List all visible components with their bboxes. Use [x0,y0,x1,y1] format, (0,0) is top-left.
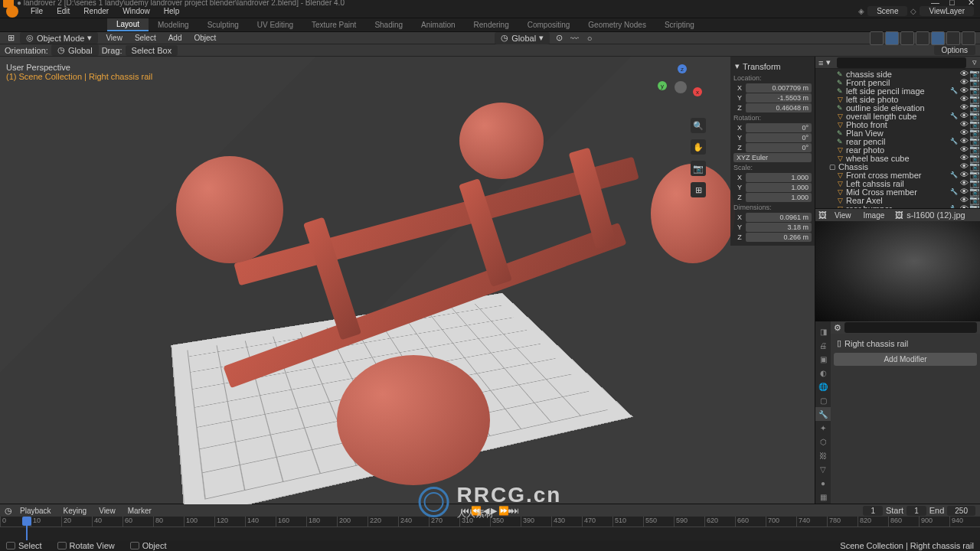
scale-x-field[interactable]: 1.000 [746,173,812,182]
workspace-tab-modeling[interactable]: Modeling [149,19,198,31]
prop-tab-physics-icon[interactable]: ⬡ [815,435,831,448]
properties-search-input[interactable] [844,322,977,333]
prop-tab-modifier-icon[interactable]: 🔧 [815,407,831,421]
outliner-item[interactable]: ▽Photo front👁📷 [815,120,980,129]
workspace-tab-rendering[interactable]: Rendering [465,19,518,31]
solid-shading-icon[interactable] [931,31,945,45]
keyframe-prev-icon[interactable]: ⏪ [471,506,482,516]
jump-start-icon[interactable]: ⏮ [461,506,469,516]
image-icon[interactable]: 🖼 [895,210,903,220]
options-button[interactable]: Options [934,45,975,55]
navigation-gizmo[interactable]: x y z [658,64,704,110]
zoom-icon[interactable]: 🔍 [691,118,706,133]
timeline-menu-keying[interactable]: Keying [59,505,92,517]
prop-tab-object-icon[interactable]: ▢ [815,393,831,407]
perspective-toggle-icon[interactable]: ⊞ [691,182,706,197]
image-name-field[interactable]: s-l1600 (12).jpg [906,210,965,220]
prop-tab-data-icon[interactable]: ▽ [815,462,831,476]
dimension-z-field[interactable]: 0.266 m [746,233,812,242]
transform-orientation-dropdown[interactable]: ◷ Global ▾ [495,32,550,44]
outliner-item[interactable]: ✎rear pencil🔧👁📷 [815,137,980,145]
workspace-tab-uvediting[interactable]: UV Editing [248,19,302,31]
rotation-mode-dropdown[interactable]: XYZ Euler [733,153,812,162]
keyframe-next-icon[interactable]: ⏩ [498,506,509,516]
location-z-field[interactable]: 0.46048 m [746,103,812,112]
filter-icon[interactable]: ▿ [972,57,977,67]
camera-icon[interactable]: 📷 [691,161,706,176]
viewport-menu-select[interactable]: Select [130,32,161,44]
viewport-menu-object[interactable]: Object [189,32,220,44]
dimension-x-field[interactable]: 0.0961 m [746,213,812,222]
gizmo-toggle-icon[interactable] [870,31,884,45]
menu-help[interactable]: Help [158,5,186,17]
outliner-item[interactable]: ▽Mid Cross member🔧👁📷 [815,187,980,196]
editor-type-icon[interactable]: ≡ [818,58,823,67]
gizmo-center[interactable] [675,81,687,93]
object-name-breadcrumb[interactable]: ▯ Right chassis rail [834,337,977,350]
dimension-y-field[interactable]: 3.18 m [746,223,812,232]
prop-tab-material-icon[interactable]: ● [815,476,831,490]
image-menu-image[interactable]: Image [859,210,890,221]
3d-viewport[interactable]: User Perspective (1) Scene Collection | … [0,57,815,504]
menu-render[interactable]: Render [77,5,115,17]
overlay-toggle-icon[interactable] [885,31,899,45]
start-frame-field[interactable]: 1 [906,506,926,516]
outliner-item[interactable]: ▽Rear Axel👁📷 [815,196,980,204]
transform-header[interactable]: ▾ Transform [733,60,812,73]
workspace-tab-compositing[interactable]: Compositing [518,19,580,31]
outliner-item[interactable]: ✎outline side elevation👁📷 [815,103,980,112]
prop-tab-constraint-icon[interactable]: ⛓ [815,448,831,462]
rendered-shading-icon[interactable] [962,31,975,45]
image-canvas[interactable] [815,221,980,321]
material-shading-icon[interactable] [946,31,960,45]
workspace-tab-scripting[interactable]: Scripting [655,19,704,31]
prop-tab-texture-icon[interactable]: ▦ [815,490,831,504]
timeline-menu-view[interactable]: View [94,505,120,517]
workspace-tab-texturepaint[interactable]: Texture Paint [302,19,365,31]
gizmo-z-axis[interactable]: z [678,64,687,73]
editor-type-icon[interactable]: ⊞ [5,32,17,44]
play-reverse-icon[interactable]: ◀ [483,506,489,516]
timeline-menu-playback[interactable]: Playback [15,505,56,517]
menu-edit[interactable]: Edit [51,5,76,17]
mode-dropdown[interactable]: ◎ Object Mode ▾ [20,32,98,44]
wireframe-shading-icon[interactable] [916,31,929,45]
display-mode-icon[interactable]: ▾ [826,57,831,67]
outliner-item[interactable]: ▢Chassis👁📷 [815,162,980,171]
prop-tab-scene-icon[interactable]: ◐ [815,366,831,380]
outliner-item[interactable]: ▽Left cahssis rail👁📷 [815,179,980,187]
rotation-x-field[interactable]: 0° [746,123,812,132]
workspace-tab-geometrynodes[interactable]: Geometry Nodes [579,19,655,31]
pan-icon[interactable]: ✋ [691,139,706,155]
location-y-field[interactable]: -1.5503 m [746,93,812,103]
snap-icon[interactable]: 〰 [568,32,580,44]
scene-name-field[interactable]: Scene [867,6,907,16]
viewlayer-icon[interactable]: ◇ [910,7,916,15]
prop-tab-render-icon[interactable]: ◨ [815,324,831,338]
workspace-tab-animation[interactable]: Animation [412,19,464,31]
play-icon[interactable]: ▶ [491,506,497,516]
scale-z-field[interactable]: 1.000 [746,193,812,202]
menu-window[interactable]: Window [116,5,156,17]
viewport-menu-view[interactable]: View [101,32,127,44]
orientation-field[interactable]: ◷ Global [51,44,99,56]
rotation-y-field[interactable]: 0° [746,133,812,142]
prop-tab-particle-icon[interactable]: ✦ [815,421,831,435]
outliner-tree[interactable]: ✎chassis side👁📷✎Front pencil👁📷✎left side… [815,69,980,208]
prop-tab-viewlayer-icon[interactable]: ▣ [815,352,831,366]
gizmo-x-axis[interactable]: x [693,87,702,96]
current-frame-field[interactable]: 1 [863,506,883,516]
jump-end-icon[interactable]: ⏭ [511,506,519,516]
timeline-menu-marker[interactable]: Marker [123,505,156,517]
viewport-menu-add[interactable]: Add [164,32,187,44]
outliner-item[interactable]: ▽rear photo👁📷 [815,145,980,154]
outliner-item[interactable]: ▽wheel base cube👁📷 [815,154,980,162]
workspace-tab-sculpting[interactable]: Sculpting [198,19,248,31]
outliner-search-input[interactable] [837,57,966,68]
outliner-item[interactable]: ✎left side pencil image🔧👁📷 [815,86,980,95]
outliner-item[interactable]: ✎Plan View👁📷 [815,129,980,137]
outliner-item[interactable]: ✎Front pencil👁📷 [815,78,980,86]
workspace-tab-shading[interactable]: Shading [365,19,412,31]
proportional-edit-icon[interactable]: ○ [583,32,596,44]
end-frame-field[interactable]: 250 [947,506,975,516]
